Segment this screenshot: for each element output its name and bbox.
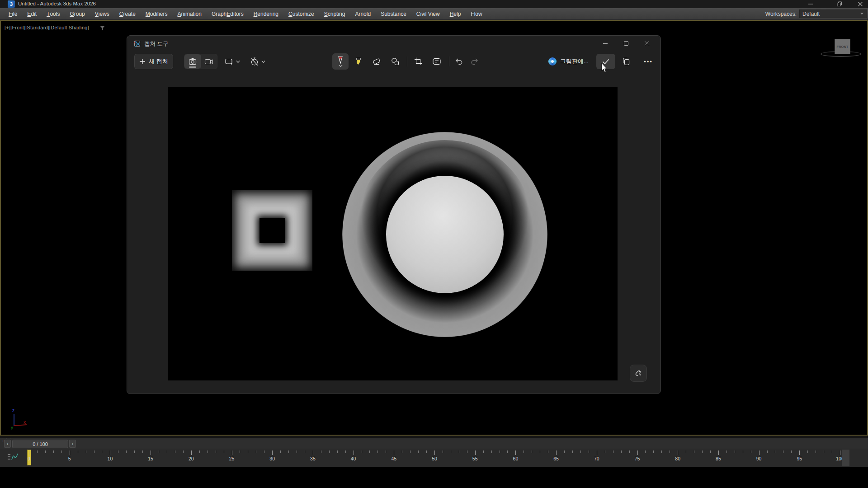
frame-tick [369, 450, 370, 453]
frame-tick [345, 450, 346, 453]
shapes-button[interactable] [388, 54, 402, 69]
snip-mode-dropdown[interactable] [222, 56, 243, 67]
more-options-label: ••• [644, 58, 653, 65]
menu-animation[interactable]: Animation [173, 8, 207, 19]
next-frame-button[interactable]: › [69, 440, 76, 448]
more-options-button[interactable]: ••• [639, 56, 657, 67]
current-frame-field[interactable]: 0 / 100 [12, 440, 68, 448]
menu-rendering[interactable]: Rendering [249, 8, 283, 19]
frame-tick [500, 450, 500, 453]
menu-graph-editors[interactable]: Graph Editors [207, 8, 249, 19]
frame-tick [402, 450, 402, 453]
frame-tick [45, 450, 46, 453]
menu-substance[interactable]: Substance [376, 8, 411, 19]
workspaces-dropdown[interactable]: Default [799, 9, 867, 18]
menu-views[interactable]: Views [90, 8, 114, 19]
frame-tick [816, 450, 816, 453]
edit-in-paint-button[interactable]: 그림판에... [547, 54, 590, 69]
frame-tick-label: 0 [28, 456, 30, 461]
snip-maximize-button[interactable] [617, 37, 635, 50]
frame-tick-label: 20 [189, 456, 194, 461]
menu-civil-view[interactable]: Civil View [411, 8, 445, 19]
frame-tick [183, 450, 184, 453]
highlighter-button[interactable] [351, 54, 366, 69]
crop-icon [414, 57, 423, 66]
frame-tick [475, 450, 476, 455]
menu-arnold[interactable]: Arnold [350, 8, 376, 19]
frame-tick [694, 450, 694, 453]
previous-frame-button[interactable]: ‹ [4, 440, 11, 448]
workspaces-area: Workspaces: Default [765, 8, 867, 19]
menu-customize[interactable]: Customize [283, 8, 319, 19]
timeline-ruler[interactable]: 0510152025303540455055606570758085909510… [23, 449, 852, 467]
menu-edit[interactable]: Edit [22, 8, 42, 19]
copy-button[interactable] [619, 54, 633, 69]
frame-tick [337, 450, 338, 453]
viewport-label[interactable]: [+][Front][Standard][Default Shading] [5, 25, 89, 30]
frame-tick [232, 450, 232, 455]
frame-tick [386, 450, 386, 453]
frame-tick [29, 450, 29, 455]
frame-tick [305, 450, 305, 453]
frame-tick [670, 450, 670, 453]
text-actions-button[interactable] [429, 54, 444, 69]
crop-button[interactable] [411, 54, 425, 69]
frame-tick [159, 450, 159, 453]
toolbar-divider [407, 56, 407, 66]
frame-tick [483, 450, 484, 453]
menu-group[interactable]: Group [65, 8, 90, 19]
visual-search-button[interactable] [630, 365, 647, 382]
frame-tick-label: 90 [756, 456, 762, 461]
frame-tick [86, 450, 86, 453]
frame-tick [377, 450, 378, 453]
captured-image[interactable] [168, 87, 618, 380]
snip-close-button[interactable] [638, 37, 656, 50]
video-mode-button[interactable] [201, 54, 217, 69]
axis-z-label: z [12, 408, 14, 413]
photo-mode-button[interactable] [184, 54, 201, 69]
snip-minimize-button[interactable] [596, 37, 614, 50]
mini-curve-editor-toggle[interactable] [6, 452, 20, 464]
frame-tick [621, 450, 622, 453]
shapes-icon [391, 57, 400, 66]
eraser-button[interactable] [369, 54, 384, 69]
delay-dropdown[interactable] [247, 56, 268, 67]
track-bar [0, 438, 868, 449]
frame-tick [280, 450, 281, 453]
app-titlebar: 3 Untitled - Autodesk 3ds Max 2026 [0, 0, 868, 8]
frame-tick [272, 450, 273, 455]
frame-tick [743, 450, 743, 453]
filter-funnel-icon[interactable] [99, 25, 106, 31]
new-capture-label: 새 캡처 [149, 57, 168, 66]
frame-tick [329, 450, 330, 453]
frame-tick [288, 450, 289, 453]
frame-tick [410, 450, 410, 453]
menu-create[interactable]: Create [114, 8, 141, 19]
menu-help[interactable]: Help [445, 8, 466, 19]
edit-in-paint-label: 그림판에... [560, 57, 589, 66]
frame-tick-label: 70 [594, 456, 599, 461]
frame-tick [791, 450, 792, 453]
app-close-button[interactable] [853, 0, 868, 8]
new-capture-button[interactable]: 새 캡처 [134, 54, 173, 69]
app-minimize-button[interactable] [803, 0, 818, 8]
menu-file[interactable]: File [4, 8, 22, 19]
sphere-object [386, 176, 504, 293]
menu-flow[interactable]: Flow [466, 8, 487, 19]
app-restore-button[interactable] [832, 0, 847, 8]
redo-button[interactable] [467, 54, 482, 69]
toolbar-drag-handle[interactable]: ⋮⋮⋮ [1, 439, 4, 448]
app-title: Untitled - Autodesk 3ds Max 2026 [18, 1, 96, 6]
viewcube[interactable]: FRONT [835, 39, 850, 54]
frame-tick [167, 450, 167, 453]
menu-modifiers[interactable]: Modifiers [141, 8, 173, 19]
menu-scripting[interactable]: Scripting [319, 8, 350, 19]
paint-icon [548, 57, 557, 66]
frame-tick-label: 50 [432, 456, 437, 461]
frame-tick [70, 450, 70, 455]
undo-button[interactable] [452, 54, 466, 69]
menu-tools[interactable]: Tools [42, 8, 65, 19]
ballpoint-pen-button[interactable] [332, 53, 349, 70]
frame-tick-label: 40 [351, 456, 356, 461]
frame-tick [515, 450, 516, 455]
